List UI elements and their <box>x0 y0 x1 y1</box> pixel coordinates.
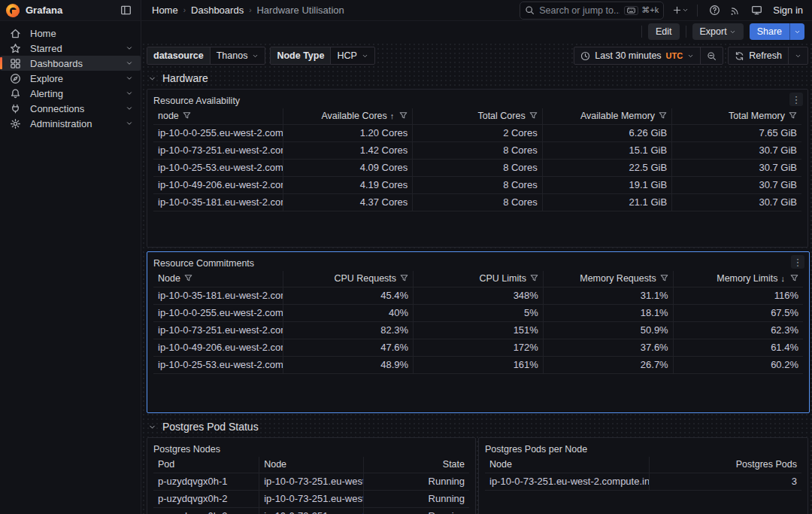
table-cell: Running <box>363 507 469 514</box>
table-cell: 4.19 Cores <box>283 176 412 193</box>
share-button-label[interactable]: Share <box>750 23 789 40</box>
section-hardware[interactable]: Hardware <box>148 72 812 84</box>
active-indicator <box>0 57 2 69</box>
dock-sidebar-toggle[interactable] <box>117 2 135 20</box>
table-cell: ip-10-0-73-251.eu-west-2.compute.interna… <box>153 321 283 339</box>
rss-icon <box>730 5 741 16</box>
table-cell: 4.37 Cores <box>283 193 412 211</box>
sidebar-item-home[interactable]: Home <box>0 26 141 41</box>
filter-icon[interactable] <box>659 111 667 120</box>
column-header[interactable]: Node <box>259 457 364 473</box>
panel-menu-icon[interactable]: ⋮ <box>791 255 804 269</box>
panel-title[interactable]: Resource Availability <box>153 93 801 108</box>
column-header[interactable]: CPU Requests <box>283 271 414 287</box>
panel-title[interactable]: Resource Commitments <box>153 255 803 271</box>
column-header[interactable]: Available Memory <box>542 108 671 124</box>
sort-desc-icon: ↓ <box>781 274 786 283</box>
refresh-interval-dropdown[interactable] <box>788 47 807 64</box>
panel-resource-availability: Resource Availability ⋮ nodeAvailable Co… <box>147 89 808 248</box>
table-cell: 348% <box>414 287 544 304</box>
help-button[interactable] <box>705 2 723 20</box>
export-button[interactable]: Export <box>692 23 744 40</box>
sidebar-item-explore[interactable]: Explore <box>0 71 141 86</box>
sidebar-item-dashboards[interactable]: Dashboards <box>0 56 141 71</box>
datasource-variable: datasource Thanos <box>147 47 265 65</box>
table-row: ip-10-0-73-251.eu-west-2.compute.interna… <box>485 473 801 490</box>
filter-icon[interactable] <box>184 274 192 282</box>
table-cell: 31.1% <box>543 287 673 304</box>
table-row: ip-10-0-35-181.eu-west-2.compute.interna… <box>153 287 803 304</box>
chevron-down-icon <box>362 53 368 59</box>
top-nav: Grafana Home › Dashboards › Hardware Uti… <box>0 0 812 21</box>
sidebar-item-alerting[interactable]: Alerting <box>0 86 141 101</box>
column-header[interactable]: Pod <box>153 457 259 473</box>
panel-title[interactable]: Postgres Pods per Node <box>485 441 801 457</box>
column-header[interactable]: node <box>153 108 283 124</box>
table-cell: 8 Cores <box>413 193 542 211</box>
column-header[interactable]: Postgres Pods <box>650 457 801 473</box>
filter-icon[interactable] <box>529 111 538 120</box>
column-header[interactable]: Memory Requests <box>543 271 673 287</box>
variable-label: datasource <box>147 47 211 64</box>
share-button[interactable]: Share <box>750 23 804 40</box>
column-header[interactable]: Node <box>485 457 650 473</box>
column-header[interactable]: Total Cores <box>413 108 542 124</box>
filter-icon[interactable] <box>530 274 538 282</box>
column-header[interactable]: Node <box>153 271 283 287</box>
table-cell: ip-10-0-25-53.eu-west-2.compute.internal <box>153 356 283 373</box>
column-header[interactable]: State <box>363 457 469 473</box>
table-row: p-uzydqvgx0h-3ip-10-0-73-251.eu-west-2.c… <box>153 507 469 514</box>
table-row: ip-10-0-0-255.eu-west-2.compute.internal… <box>153 124 801 141</box>
news-button[interactable] <box>726 2 744 20</box>
breadcrumb-dashboards[interactable]: Dashboards <box>191 5 244 16</box>
chevron-down-icon <box>126 44 133 52</box>
chevron-down-icon <box>252 53 259 59</box>
search-input[interactable]: Search or jump to... ⌘+k <box>520 2 664 20</box>
grafana-logo[interactable] <box>6 4 20 17</box>
apps-icon <box>10 58 21 69</box>
zoom-out-time-button[interactable] <box>700 47 723 64</box>
display-button[interactable] <box>747 2 765 20</box>
filter-icon[interactable] <box>789 111 797 120</box>
table-cell: Running <box>363 473 469 490</box>
column-header[interactable]: Available Cores↑ <box>283 108 412 124</box>
chevron-down-icon <box>729 29 736 35</box>
filter-icon[interactable] <box>399 111 408 120</box>
zoom-out-icon <box>707 51 717 61</box>
filter-icon[interactable] <box>183 111 191 120</box>
section-postgres-pod-status[interactable]: Postgres Pod Status <box>148 421 812 433</box>
variable-label: Node Type <box>271 47 331 64</box>
column-header[interactable]: Total Memory <box>672 108 801 124</box>
column-header[interactable]: Memory Limits↓ <box>673 271 803 287</box>
table-cell: 7.65 GiB <box>672 124 801 141</box>
breadcrumb-home[interactable]: Home <box>152 5 178 16</box>
panel-title[interactable]: Postgres Nodes <box>153 441 469 457</box>
table-cell: 1.20 Cores <box>283 124 412 141</box>
sidebar-item-starred[interactable]: Starred <box>0 41 141 56</box>
compass-icon <box>10 73 21 84</box>
sidebar-item-administration[interactable]: Administration <box>0 116 141 131</box>
add-new-button[interactable] <box>671 2 689 20</box>
node-type-select[interactable]: HCP <box>331 47 374 64</box>
refresh-button[interactable]: Refresh <box>729 47 788 64</box>
share-dropdown-button[interactable] <box>789 23 804 40</box>
dashboard-canvas: datasource Thanos Node Type HCP <box>141 42 812 514</box>
time-range-picker[interactable]: Last 30 minutes UTC <box>574 47 700 64</box>
table-cell: 67.5% <box>673 304 803 321</box>
plus-icon <box>672 5 682 15</box>
panel-menu-icon[interactable]: ⋮ <box>789 93 803 106</box>
edit-button[interactable]: Edit <box>648 23 680 40</box>
filter-icon[interactable] <box>400 274 408 282</box>
table-cell: Running <box>363 490 469 507</box>
table-cell: 60.2% <box>673 356 803 373</box>
column-header[interactable]: CPU Limits <box>414 271 544 287</box>
filter-icon[interactable] <box>790 274 798 282</box>
sidebar-item-connections[interactable]: Connections <box>0 101 141 116</box>
filter-icon[interactable] <box>660 274 668 282</box>
table-cell: 8 Cores <box>413 176 542 193</box>
table-cell: ip-10-0-73-251.eu-west-2.compute.interna… <box>485 473 650 490</box>
table-row: ip-10-0-73-251.eu-west-2.compute.interna… <box>153 141 801 159</box>
datasource-select[interactable]: Thanos <box>211 47 265 64</box>
table-cell: 151% <box>414 321 544 339</box>
sign-in-button[interactable]: Sign in <box>773 5 803 16</box>
